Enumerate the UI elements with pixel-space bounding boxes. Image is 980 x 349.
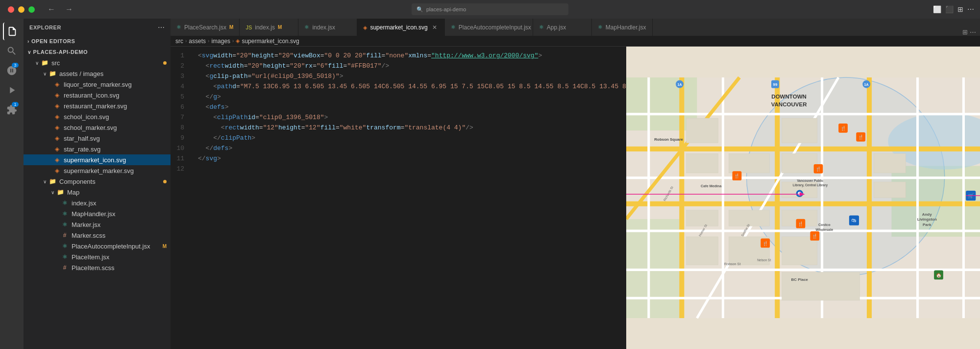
svg-text:🍴: 🍴 xyxy=(734,173,740,179)
svg-text:🛍: 🛍 xyxy=(852,218,857,223)
tag: svg xyxy=(202,50,213,61)
jsx-icon: ⚛ xyxy=(61,210,69,218)
tab-close-button[interactable]: ✕ xyxy=(431,24,439,31)
svg-text:Robson Square: Robson Square xyxy=(654,137,683,142)
breadcrumb-assets[interactable]: assets xyxy=(189,38,206,45)
file-marker-scss[interactable]: # Marker.scss xyxy=(24,230,171,241)
chevron-icon: › xyxy=(27,39,29,44)
jsx-icon: ⚛ xyxy=(61,221,69,228)
svg-rect-26 xyxy=(729,153,769,173)
code-line-2: <rect width="20" height="20" rx="6" fill… xyxy=(194,61,626,71)
svg-rect-28 xyxy=(874,153,906,173)
attr: width xyxy=(213,50,232,61)
file-index-jsx[interactable]: ⚛ index.jsx xyxy=(24,198,171,208)
minimize-button[interactable] xyxy=(18,6,24,13)
file-star-rate[interactable]: ◈ star_rate.svg xyxy=(24,144,171,154)
punct: < xyxy=(198,50,202,61)
svg-rect-20 xyxy=(962,77,965,318)
svg-icon: ◈ xyxy=(53,145,61,153)
link: "http://www.w3.org/2000/svg" xyxy=(431,50,538,61)
file-restaurant-marker[interactable]: ◈ restaurant_marker.svg xyxy=(24,100,171,111)
file-restaurant-icon[interactable]: ◈ restaurant_icon.svg xyxy=(24,90,171,100)
project-label: PLACES-API-DEMO xyxy=(33,49,88,55)
project-section[interactable]: ∨ PLACES-API-DEMO xyxy=(24,47,171,57)
jsx-icon: ⚛ xyxy=(304,24,309,30)
tab-supermarket-icon[interactable]: ◈ supermarket_icon.svg ✕ xyxy=(357,19,444,36)
svg-rect-25 xyxy=(686,153,718,173)
tabs-more-button[interactable]: ⋯ xyxy=(970,28,976,36)
layout-button[interactable]: ⬜ xyxy=(933,5,941,13)
code-editor[interactable]: 1234 5678 9101112 <svg width="20" height… xyxy=(171,47,626,349)
breadcrumb-src[interactable]: src xyxy=(175,38,183,45)
svg-text:Costco: Costco xyxy=(818,223,831,227)
file-placeitem-scss[interactable]: # PlaceItem.scss xyxy=(24,262,171,273)
search-bar[interactable]: 🔍 places-api-demo xyxy=(412,3,568,15)
forward-button[interactable]: → xyxy=(62,4,76,15)
activity-extensions[interactable]: 1 xyxy=(3,101,21,119)
text xyxy=(198,61,206,71)
jsx-icon: ⚛ xyxy=(598,24,603,30)
components-label: Components xyxy=(59,178,96,185)
tag: rect xyxy=(209,61,224,71)
tabs-bar: ⚛ PlaceSearch.jsx M JS index.js M ⚛ inde… xyxy=(171,19,980,36)
file-maphandler[interactable]: ⚛ MapHandler.jsx xyxy=(24,208,171,219)
breadcrumb-file[interactable]: supermarket_icon.svg xyxy=(242,38,299,45)
chevron-icon: ∨ xyxy=(43,179,47,184)
activity-search[interactable] xyxy=(3,42,21,60)
js-icon: JS xyxy=(245,25,252,30)
svg-text:Robson St: Robson St xyxy=(724,262,741,266)
file-placeautocompleteinput[interactable]: ⚛ PlaceAutocompleteInput.jsx M xyxy=(24,241,171,251)
activity-bar: 3 1 xyxy=(0,19,24,349)
tabs-actions: ⊞ ⋯ xyxy=(962,28,980,36)
back-button[interactable]: ← xyxy=(45,4,58,15)
sep: › xyxy=(185,38,187,44)
tab-label: PlaceSearch.jsx xyxy=(184,24,226,31)
file-school-marker[interactable]: ◈ school_marker.svg xyxy=(24,122,171,133)
split-button[interactable]: ⬛ xyxy=(945,5,954,13)
file-liquor-store-marker[interactable]: ◈ liquor_store_marker.svg xyxy=(24,79,171,90)
svg-text:Wholesale: Wholesale xyxy=(815,227,833,232)
tab-placesearch[interactable]: ⚛ PlaceSearch.jsx M xyxy=(171,19,240,36)
tab-maphandler[interactable]: ⚛ MapHandler.jsx xyxy=(592,19,653,36)
chevron-icon: ∨ xyxy=(51,190,54,195)
components-folder[interactable]: ∨ 📁 Components xyxy=(24,176,171,187)
svg-icon: ◈ xyxy=(53,102,61,110)
file-supermarket-icon[interactable]: ◈ supermarket_icon.svg xyxy=(24,154,171,165)
modified-dot xyxy=(163,61,167,65)
val: "none" xyxy=(385,50,408,61)
jsx-icon: ⚛ xyxy=(451,24,456,30)
svg-text:Andy: Andy xyxy=(922,212,932,217)
map-folder[interactable]: ∨ 📁 Map xyxy=(24,187,171,198)
sidebar-more-button[interactable]: ⋯ xyxy=(158,24,165,31)
split-editor-button[interactable]: ⊞ xyxy=(962,28,968,36)
open-editors-label: OPEN EDITORS xyxy=(31,38,75,44)
open-editors-section[interactable]: › OPEN EDITORS xyxy=(24,36,171,47)
svg-text:Park: Park xyxy=(923,223,931,227)
src-folder[interactable]: ∨ 📁 src xyxy=(24,57,171,68)
eq: = xyxy=(232,50,236,61)
more-button[interactable]: ⋯ xyxy=(967,5,974,13)
tab-appjsx[interactable]: ⚛ App.jsx xyxy=(533,19,592,36)
activity-explorer[interactable] xyxy=(3,23,21,40)
file-supermarket-marker[interactable]: ◈ supermarket_marker.svg xyxy=(24,165,171,176)
file-marker-jsx[interactable]: ⚛ Marker.jsx xyxy=(24,219,171,230)
activity-debug[interactable] xyxy=(3,81,21,99)
tab-indexjs[interactable]: JS index.js M xyxy=(240,19,298,36)
file-star-half[interactable]: ◈ star_half.svg xyxy=(24,133,171,144)
code-line-6: <defs> xyxy=(194,102,626,112)
file-placeitem-jsx[interactable]: ⚛ PlaceItem.jsx xyxy=(24,251,171,262)
close-button[interactable] xyxy=(8,6,14,13)
grid-button[interactable]: ⊞ xyxy=(957,5,963,13)
tab-label: supermarket_icon.svg xyxy=(370,24,427,31)
file-school-icon[interactable]: ◈ school_icon.svg xyxy=(24,111,171,122)
eq: = xyxy=(382,50,386,61)
breadcrumb-images[interactable]: images xyxy=(211,38,230,45)
chevron-icon: ∨ xyxy=(27,50,31,55)
tab-indexjsx[interactable]: ⚛ index.jsx xyxy=(298,19,357,36)
maximize-button[interactable] xyxy=(28,6,35,13)
assets-images-folder[interactable]: ∨ 📁 assets / images xyxy=(24,68,171,79)
search-icon: 🔍 xyxy=(416,6,423,13)
tab-placeautocompleteinput[interactable]: ⚛ PlaceAutocompleteInput.jsx M xyxy=(445,19,533,36)
activity-git[interactable]: 3 xyxy=(3,62,21,79)
scss-icon: # xyxy=(61,264,69,272)
